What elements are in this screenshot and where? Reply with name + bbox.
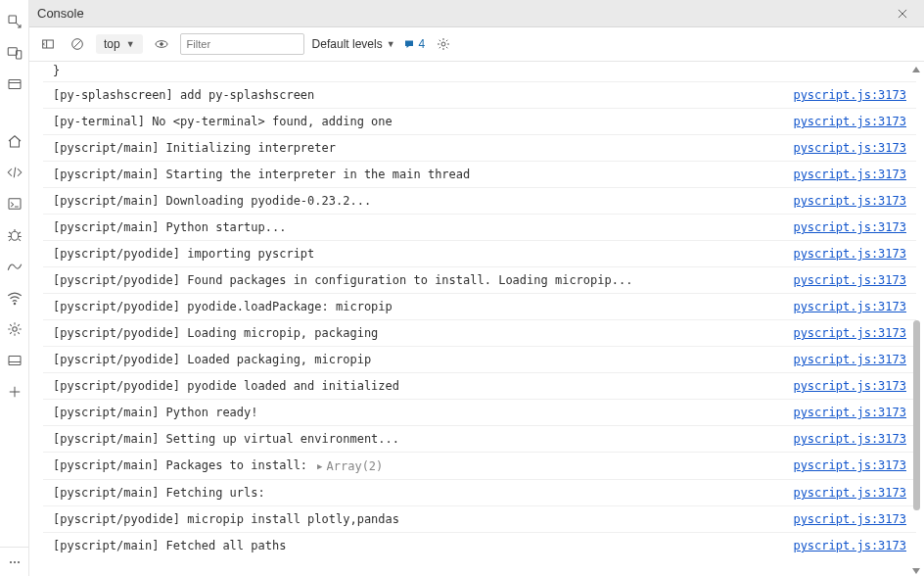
svg-rect-3 — [9, 80, 21, 89]
toggle-drawer-icon[interactable] — [37, 33, 59, 55]
log-row: [pyscript/pyodide] Loaded packaging, mic… — [43, 346, 916, 372]
log-row: [pyscript/main] Fetching urls:pyscript.j… — [43, 479, 916, 505]
log-message: [pyscript/pyodide] importing pyscript — [53, 245, 783, 263]
array-preview[interactable]: ▶Array(2) — [317, 457, 383, 475]
log-row: [pyscript/pyodide] micropip install plot… — [43, 505, 916, 532]
source-link[interactable]: pyscript.js:3173 — [793, 484, 906, 502]
log-message: [py-splashscreen] add py-splashscreen — [53, 86, 783, 104]
source-link[interactable]: pyscript.js:3173 — [793, 430, 906, 448]
log-message: [pyscript/pyodide] pyodide.loadPackage: … — [53, 298, 783, 315]
source-link[interactable]: pyscript.js:3173 — [793, 404, 906, 421]
svg-rect-0 — [9, 16, 17, 24]
log-row: [pyscript/main] Packages to install:▶Arr… — [43, 452, 916, 479]
bug-icon[interactable] — [2, 222, 27, 248]
issues-count: 4 — [419, 37, 426, 51]
array-label: Array(2) — [327, 457, 384, 475]
log-message: [pyscript/pyodide] micropip install plot… — [53, 510, 783, 528]
log-row: [pyscript/main] Setting up virtual envir… — [43, 425, 916, 452]
svg-rect-1 — [8, 48, 17, 56]
add-icon[interactable] — [2, 379, 27, 405]
svg-point-24 — [441, 42, 445, 46]
devices-icon[interactable] — [2, 40, 27, 66]
inspect-icon[interactable] — [2, 9, 27, 34]
log-message: [pyscript/main] Downloading pyodide-0.23… — [53, 192, 783, 210]
window-icon[interactable] — [2, 72, 27, 97]
svg-rect-5 — [9, 199, 21, 210]
log-message: [pyscript/main] Starting the interpreter… — [53, 166, 783, 183]
log-message: [pyscript/main] Python ready! — [53, 404, 783, 421]
scrollbar-thumb[interactable] — [913, 320, 920, 510]
log-message: [pyscript/pyodide] Loaded packaging, mic… — [53, 351, 783, 368]
source-link[interactable]: pyscript.js:3173 — [793, 351, 906, 368]
source-link[interactable]: pyscript.js:3173 — [793, 113, 906, 130]
preamble-text: } — [43, 62, 916, 81]
log-message: [pyscript/main] Fetched all paths — [53, 537, 783, 554]
more-icon[interactable] — [0, 547, 29, 576]
clear-console-icon[interactable] — [67, 33, 88, 55]
console-toolbar: top ▼ Default levels ▼ 4 — [29, 27, 924, 62]
source-link[interactable]: pyscript.js:3173 — [793, 245, 906, 263]
source-link[interactable]: pyscript.js:3173 — [793, 139, 906, 157]
source-link[interactable]: pyscript.js:3173 — [793, 218, 906, 236]
log-message: [pyscript/pyodide] Loading micropip, pac… — [53, 324, 783, 342]
scroll-down-icon[interactable] — [912, 568, 920, 574]
issues-icon — [403, 38, 415, 50]
log-levels-select[interactable]: Default levels ▼ — [312, 37, 395, 51]
log-message: [pyscript/main] Initializing interpreter — [53, 139, 783, 157]
expand-icon: ▶ — [317, 457, 322, 475]
source-link[interactable]: pyscript.js:3173 — [793, 537, 906, 554]
log-message: [pyscript/pyodide] Found packages in con… — [53, 271, 783, 289]
network-icon[interactable] — [2, 285, 27, 311]
svg-point-7 — [14, 303, 16, 305]
svg-point-6 — [11, 231, 19, 240]
svg-rect-9 — [9, 357, 21, 365]
log-message: [pyscript/main] Python startup... — [53, 218, 783, 236]
log-row: [py-terminal] No <py-terminal> found, ad… — [43, 108, 916, 134]
log-row: [pyscript/pyodide] Found packages in con… — [43, 266, 916, 293]
performance-icon[interactable] — [2, 254, 27, 279]
log-row: [pyscript/pyodide] Loading micropip, pac… — [43, 319, 916, 346]
console-icon[interactable] — [2, 191, 27, 216]
source-link[interactable]: pyscript.js:3173 — [793, 377, 906, 395]
panel-icon[interactable] — [2, 348, 27, 373]
scroll-up-icon[interactable] — [912, 67, 920, 72]
issues-button[interactable]: 4 — [403, 37, 426, 51]
log-row: [py-splashscreen] add py-splashscreenpys… — [43, 81, 916, 108]
log-message: [pyscript/main] Fetching urls: — [53, 484, 783, 502]
settings-icon[interactable] — [433, 33, 454, 55]
source-link[interactable]: pyscript.js:3173 — [793, 510, 906, 528]
svg-point-23 — [160, 43, 162, 46]
source-link[interactable]: pyscript.js:3173 — [793, 192, 906, 210]
log-row: [pyscript/main] Fetched all pathspyscrip… — [43, 532, 916, 558]
activity-bar — [0, 0, 29, 576]
source-link[interactable]: pyscript.js:3173 — [793, 324, 906, 342]
execution-context-select[interactable]: top ▼ — [96, 34, 143, 54]
log-row: [pyscript/main] Initializing interpreter… — [43, 134, 916, 161]
svg-rect-18 — [43, 40, 54, 48]
svg-point-13 — [10, 560, 12, 562]
source-link[interactable]: pyscript.js:3173 — [793, 456, 906, 474]
filter-input[interactable] — [180, 33, 304, 55]
log-row: [pyscript/pyodide] pyodide loaded and in… — [43, 372, 916, 399]
svg-line-21 — [73, 40, 81, 48]
chevron-down-icon: ▼ — [387, 39, 395, 49]
source-link[interactable]: pyscript.js:3173 — [793, 298, 906, 315]
svg-point-15 — [18, 560, 20, 562]
log-row: [pyscript/main] Python startup...pyscrip… — [43, 214, 916, 240]
log-message: [pyscript/pyodide] pyodide loaded and in… — [53, 377, 783, 395]
context-label: top — [104, 37, 120, 51]
code-icon[interactable] — [2, 160, 27, 185]
source-link[interactable]: pyscript.js:3173 — [793, 166, 906, 183]
log-row: [pyscript/pyodide] pyodide.loadPackage: … — [43, 293, 916, 319]
log-row: [pyscript/main] Downloading pyodide-0.23… — [43, 187, 916, 214]
log-row: [pyscript/main] Starting the interpreter… — [43, 161, 916, 187]
live-expression-icon[interactable] — [151, 33, 172, 55]
home-icon[interactable] — [2, 128, 27, 154]
close-button[interactable] — [889, 0, 916, 27]
panel-title: Console — [37, 6, 84, 21]
gear-icon[interactable] — [2, 316, 27, 342]
source-link[interactable]: pyscript.js:3173 — [793, 86, 906, 104]
source-link[interactable]: pyscript.js:3173 — [793, 271, 906, 289]
console-log-area[interactable]: } [py-splashscreen] add py-splashscreenp… — [29, 62, 924, 576]
log-message: [py-terminal] No <py-terminal> found, ad… — [53, 113, 783, 130]
